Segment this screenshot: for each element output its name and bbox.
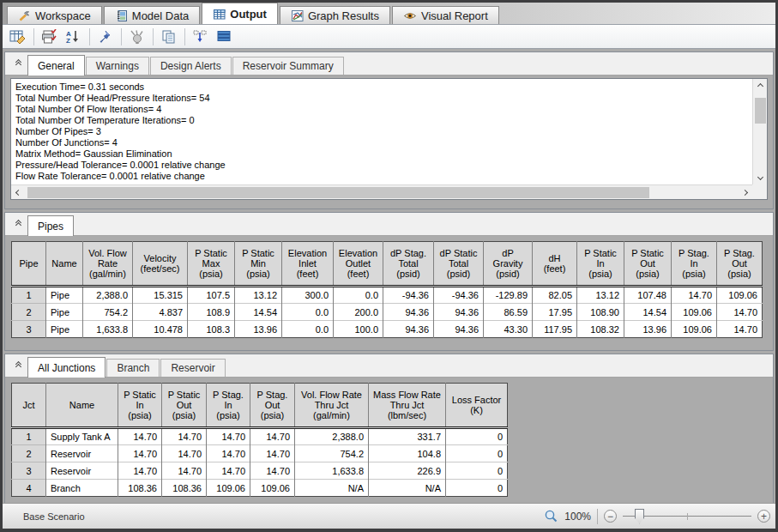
tab-label: All Junctions: [38, 362, 95, 374]
tab-label: Warnings: [96, 60, 139, 72]
print-icon: [41, 29, 58, 45]
collapse-junctions-button[interactable]: [9, 357, 27, 374]
status-bar: Base Scenario 100% − +: [3, 503, 775, 529]
tab-all-junctions[interactable]: All Junctions: [27, 357, 106, 378]
tab-label: Graph Results: [308, 9, 379, 22]
table-cell: Branch: [46, 480, 118, 497]
table-cell: 86.59: [484, 304, 533, 321]
output-toolbar: AZ: [3, 24, 775, 49]
column-header: P Static In (psia): [118, 384, 162, 428]
table-row: 1Supply Tank A14.7014.7014.7014.702,388.…: [12, 428, 508, 445]
table-cell: 108.36: [118, 480, 162, 497]
chevron-down-icon: [757, 174, 763, 180]
collapse-general-button[interactable]: [9, 55, 27, 72]
magnifier-icon: [544, 509, 558, 523]
transfer-results-icon: [192, 29, 209, 45]
column-header: P Static In (psia): [577, 242, 624, 287]
table-cell: 14.70: [118, 445, 162, 462]
horizontal-scrollbar[interactable]: [11, 184, 752, 199]
tab-label: General: [38, 60, 75, 72]
pin-button[interactable]: [95, 27, 116, 46]
vertical-scrollbar[interactable]: [752, 79, 767, 184]
scroll-down-button[interactable]: [753, 170, 768, 184]
row-format-button[interactable]: [214, 27, 235, 46]
table-cell: Pipe: [46, 321, 83, 338]
column-header: P Static Out (psia): [624, 242, 672, 287]
tab-general[interactable]: General: [27, 55, 85, 76]
zoom-out-button[interactable]: −: [604, 510, 617, 523]
scroll-up-button[interactable]: [753, 79, 768, 94]
column-header: P Static Max (psia): [188, 242, 235, 287]
tab-graph-results[interactable]: Graph Results: [280, 6, 390, 24]
zoom-slider[interactable]: [623, 508, 751, 525]
table-icon: [213, 8, 226, 21]
table-cell: 14.54: [624, 304, 672, 321]
zoom-in-button[interactable]: +: [757, 510, 770, 523]
table-cell: 0: [446, 445, 508, 462]
toolbar-separator: [121, 28, 122, 45]
table-cell: 14.70: [207, 428, 250, 445]
table-cell: 14.70: [162, 428, 207, 445]
table-cell: Pipe: [46, 287, 83, 304]
zoom-controls: 100% − +: [544, 504, 770, 529]
chevron-up-icon: [15, 364, 21, 370]
scroll-right-button[interactable]: [738, 185, 752, 200]
transfer-results-button[interactable]: [190, 27, 211, 46]
table-cell: 117.95: [533, 321, 577, 338]
pipes-table: PipeNameVol. Flow Rate (gal/min)Velocity…: [11, 241, 763, 338]
table-cell: 331.7: [369, 428, 446, 445]
tab-warnings[interactable]: Warnings: [86, 57, 149, 75]
tab-model-data[interactable]: Model Data: [104, 6, 200, 24]
tab-reservoir-summary[interactable]: Reservoir Summary: [232, 57, 344, 75]
tab-reservoir[interactable]: Reservoir: [160, 359, 225, 377]
chevron-left-icon: [15, 190, 21, 196]
column-header: Pipe: [12, 242, 46, 287]
horizontal-scroll-thumb[interactable]: [27, 187, 649, 198]
output-control-button[interactable]: [8, 27, 28, 46]
table-cell: 94.36: [434, 321, 484, 338]
tab-workspace[interactable]: Workspace: [7, 6, 102, 24]
column-header: Loss Factor (K): [446, 384, 508, 428]
zoom-slider-thumb[interactable]: [635, 509, 644, 524]
table-cell: 14.54: [235, 304, 282, 321]
tab-branch[interactable]: Branch: [106, 359, 160, 377]
column-header: Vol. Flow Rate (gal/min): [83, 242, 133, 287]
table-cell: 13.12: [235, 287, 282, 304]
table-cell: 94.36: [383, 321, 434, 338]
tab-pipes[interactable]: Pipes: [27, 215, 74, 236]
vertical-scroll-thumb[interactable]: [755, 98, 766, 124]
table-cell: 109.06: [207, 480, 250, 497]
table-cell: 1,633.8: [295, 462, 369, 480]
table-cell: 109.06: [672, 304, 717, 321]
tab-label: Model Data: [132, 9, 189, 22]
column-header: Mass Flow Rate Thru Jct (lbm/sec): [369, 384, 446, 428]
column-header: dH (feet): [533, 242, 577, 287]
print-button[interactable]: [39, 27, 60, 46]
table-cell: 754.2: [295, 445, 369, 462]
collapse-pipes-button[interactable]: [9, 215, 27, 233]
tab-label: Branch: [117, 362, 149, 374]
sort-button[interactable]: AZ: [63, 27, 84, 46]
table-cell: -94.36: [434, 287, 484, 304]
table-cell: 14.70: [118, 462, 162, 480]
table-cell: 109.06: [672, 321, 717, 338]
table-cell: 1,633.8: [83, 321, 133, 338]
highlight-button[interactable]: [127, 27, 148, 46]
highlight-icon: [129, 29, 146, 45]
copy-button[interactable]: [159, 27, 179, 46]
chevron-up-icon: [15, 62, 21, 68]
scroll-left-button[interactable]: [11, 185, 26, 200]
tab-output[interactable]: Output: [202, 3, 278, 24]
chevron-up-icon: [15, 222, 21, 228]
table-cell: 104.8: [369, 445, 446, 462]
tab-visual-report[interactable]: Visual Report: [392, 6, 499, 24]
column-header: P Stag. In (psia): [672, 242, 717, 287]
row-number-cell: 1: [12, 428, 46, 445]
toolbar-separator: [153, 28, 154, 45]
table-cell: 226.9: [369, 462, 446, 480]
tab-design-alerts[interactable]: Design Alerts: [150, 57, 232, 75]
junctions-tabstrip: All Junctions Branch Reservoir: [5, 354, 773, 378]
table-cell: 82.05: [533, 287, 577, 304]
zoom-slider-tick: [687, 513, 688, 520]
table-cell: 14.70: [717, 321, 763, 338]
